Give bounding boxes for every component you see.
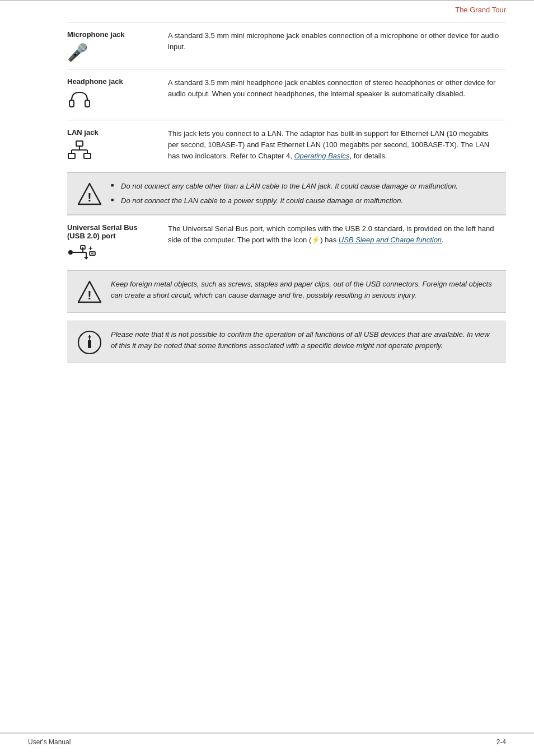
usb-icon: + bbox=[67, 245, 162, 262]
usb-desc-after: . bbox=[442, 236, 444, 244]
footer-right: 2-4 bbox=[496, 738, 506, 746]
feature-cell: Universal Serial Bus(USB 2.0) port bbox=[67, 215, 168, 270]
table-row: Universal Serial Bus(USB 2.0) port bbox=[67, 215, 506, 270]
feature-name: Headphone jack bbox=[67, 77, 162, 86]
svg-text:+: + bbox=[88, 245, 93, 252]
info-icon-wrap: i bbox=[76, 329, 103, 355]
feature-name: Microphone jack bbox=[67, 30, 162, 39]
usb-warning-box-1: ! Keep foreign metal objects, such as sc… bbox=[67, 270, 506, 313]
svg-rect-7 bbox=[68, 153, 75, 158]
usb-note-box: i Please note that it is not possible to… bbox=[67, 321, 506, 363]
headphone-icon bbox=[67, 89, 162, 112]
page-header: The Grand Tour bbox=[0, 0, 534, 16]
svg-point-11 bbox=[68, 250, 73, 255]
page-footer: User's Manual 2-4 bbox=[0, 732, 534, 746]
footer-left: User's Manual bbox=[28, 738, 71, 746]
warning-content: Do not connect any cable other than a LA… bbox=[111, 181, 497, 206]
warning-triangle-icon: ! bbox=[77, 182, 102, 206]
svg-text:!: ! bbox=[87, 190, 91, 204]
svg-marker-16 bbox=[84, 257, 88, 260]
warning-icon-wrap-2: ! bbox=[76, 279, 103, 304]
svg-rect-2 bbox=[76, 141, 83, 146]
table-row: Microphone jack 🎤 A standard 3.5 mm mini… bbox=[67, 22, 506, 69]
usb-warning-text: Keep foreign metal objects, such as scre… bbox=[111, 280, 492, 299]
feature-name: LAN jack bbox=[67, 128, 162, 137]
warning-icon-wrap: ! bbox=[76, 181, 103, 206]
main-content: Microphone jack 🎤 A standard 3.5 mm mini… bbox=[0, 16, 534, 380]
feature-name: Universal Serial Bus(USB 2.0) port bbox=[67, 223, 162, 240]
table-row: LAN jack bbox=[67, 120, 506, 172]
warning-triangle-icon-2: ! bbox=[77, 280, 102, 304]
microphone-icon: 🎤 bbox=[67, 44, 88, 61]
svg-rect-8 bbox=[84, 153, 91, 158]
warning-text-2: Do not connect the LAN cable to a power … bbox=[121, 196, 403, 205]
usb-sleep-charge-link[interactable]: USB Sleep and Charge function bbox=[339, 236, 442, 244]
description-cell: The Universal Serial Bus port, which com… bbox=[168, 215, 506, 270]
svg-rect-25 bbox=[88, 340, 91, 348]
usb-desc-before: The Universal Serial Bus port, which com… bbox=[168, 224, 494, 244]
features-table: Microphone jack 🎤 A standard 3.5 mm mini… bbox=[67, 22, 506, 172]
operating-basics-link[interactable]: Operating Basics bbox=[294, 152, 349, 160]
list-item: Do not connect the LAN cable to a power … bbox=[111, 195, 497, 206]
lan-icon bbox=[67, 140, 162, 164]
svg-rect-1 bbox=[85, 100, 90, 107]
svg-rect-0 bbox=[69, 100, 74, 107]
lan-warning-box: ! Do not connect any cable other than a … bbox=[67, 172, 506, 215]
warning-text-1: Do not connect any cable other than a LA… bbox=[121, 182, 458, 190]
list-item: Do not connect any cable other than a LA… bbox=[111, 181, 497, 192]
description-cell: A standard 3.5 mm mini microphone jack e… bbox=[168, 22, 506, 69]
header-title: The Grand Tour bbox=[455, 6, 506, 14]
usb-table: Universal Serial Bus(USB 2.0) port bbox=[67, 215, 506, 270]
note-content: Please note that it is not possible to c… bbox=[111, 329, 497, 351]
description-cell: A standard 3.5 mm mini headphone jack en… bbox=[168, 69, 506, 120]
feature-cell: Microphone jack 🎤 bbox=[67, 22, 168, 69]
description-cell: This jack lets you connect to a LAN. The… bbox=[168, 120, 506, 172]
info-icon: i bbox=[77, 330, 102, 355]
feature-cell: Headphone jack bbox=[67, 69, 168, 120]
warning-content-2: Keep foreign metal objects, such as scre… bbox=[111, 279, 497, 301]
table-row: Headphone jack A standard 3.5 mm mini he… bbox=[67, 69, 506, 120]
lan-desc-after: , for details. bbox=[349, 152, 387, 160]
feature-cell: LAN jack bbox=[67, 120, 168, 172]
svg-point-24 bbox=[88, 336, 91, 338]
warning-list: Do not connect any cable other than a LA… bbox=[111, 181, 497, 206]
svg-text:!: ! bbox=[87, 288, 91, 302]
usb-note-text: Please note that it is not possible to c… bbox=[111, 330, 489, 350]
